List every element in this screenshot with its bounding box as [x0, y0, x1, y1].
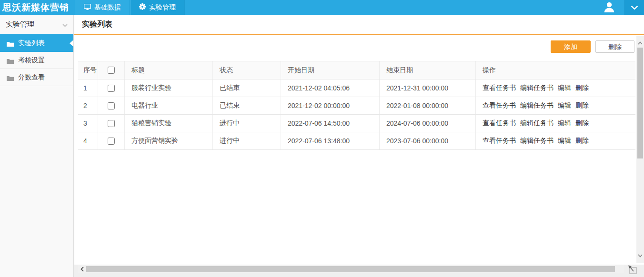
- cell-status: 进行中: [213, 115, 281, 132]
- table-row: 1 服装行业实验 已结束 2021-12-02 04:05:06 2021-12…: [78, 79, 635, 97]
- header-title: 标题: [125, 61, 213, 79]
- brand-logo: 思沃新媒体营销: [0, 0, 75, 15]
- sidebar-item-experiment-list[interactable]: 实验列表: [0, 34, 73, 52]
- cell-title: 电器行业: [125, 97, 213, 114]
- app-window: 思沃新媒体营销 基础数据: [0, 0, 644, 277]
- cell-status: 已结束: [213, 97, 281, 114]
- delete-link[interactable]: 删除: [575, 119, 589, 128]
- cell-index: 4: [78, 132, 98, 149]
- header-actions: 操作: [476, 61, 635, 79]
- delete-link[interactable]: 删除: [575, 137, 589, 145]
- chevron-down-icon: [631, 3, 638, 12]
- row-actions: 查看任务书编辑任务书编辑删除: [476, 79, 635, 97]
- cell-index: 2: [78, 97, 98, 114]
- header-end-date: 结束日期: [380, 61, 476, 79]
- folder-icon: [7, 40, 14, 46]
- chevron-down-icon: [62, 20, 68, 29]
- scroll-down-icon[interactable]: [636, 252, 644, 259]
- view-task-link[interactable]: 查看任务书: [483, 101, 516, 110]
- vertical-scrollbar-thumb[interactable]: [637, 48, 643, 158]
- edit-link[interactable]: 编辑: [558, 101, 571, 110]
- cell-checkbox: [98, 97, 125, 114]
- main-content: 实验列表 添加 删除 序号 标题 状态 开始日期 结束日期 操作 1: [74, 15, 644, 265]
- user-icon: [603, 1, 615, 14]
- add-button[interactable]: 添加: [551, 40, 591, 53]
- cell-start-date: 2022-07-06 13:48:00: [281, 132, 380, 149]
- toolbar: 添加 删除: [74, 40, 644, 53]
- sidebar-item-label: 分数查看: [18, 73, 45, 82]
- cell-status: 进行中: [213, 132, 281, 149]
- dropdown-toggle-button[interactable]: [624, 0, 644, 15]
- delete-link[interactable]: 删除: [575, 101, 589, 110]
- monitor-icon: [84, 4, 91, 11]
- sidebar: 实验管理 实验列表 考核设置 分数查看: [0, 15, 74, 277]
- experiment-table: 序号 标题 状态 开始日期 结束日期 操作 1 服装行业实验 已结束 2021-…: [78, 61, 635, 150]
- resize-corner-icon[interactable]: [627, 265, 638, 275]
- user-avatar-button[interactable]: [594, 0, 624, 15]
- title-bar: 实验列表: [74, 15, 644, 35]
- edit-task-link[interactable]: 编辑任务书: [520, 137, 553, 145]
- tab-label: 基础数据: [94, 3, 121, 12]
- row-checkbox[interactable]: [108, 102, 115, 109]
- table-row: 3 猫粮营销实验 进行中 2022-07-06 14:50:00 2024-07…: [78, 115, 635, 132]
- table-body: 1 服装行业实验 已结束 2021-12-02 04:05:06 2021-12…: [78, 79, 635, 150]
- active-item-notch: [70, 40, 73, 47]
- vertical-scrollbar[interactable]: [636, 36, 644, 263]
- table-header-row: 序号 标题 状态 开始日期 结束日期 操作: [78, 61, 635, 79]
- row-actions: 查看任务书编辑任务书编辑删除: [476, 115, 635, 132]
- sidebar-item-score-view[interactable]: 分数查看: [0, 69, 73, 86]
- topbar-right: [594, 0, 644, 15]
- header-index: 序号: [78, 61, 98, 79]
- row-checkbox[interactable]: [108, 120, 115, 127]
- sidebar-group-label: 实验管理: [6, 20, 34, 29]
- cell-checkbox: [98, 132, 125, 149]
- edit-link[interactable]: 编辑: [558, 119, 571, 128]
- cell-title: 猫粮营销实验: [125, 115, 213, 132]
- select-all-checkbox[interactable]: [108, 67, 115, 74]
- edit-task-link[interactable]: 编辑任务书: [520, 119, 553, 128]
- edit-link[interactable]: 编辑: [558, 137, 571, 145]
- row-checkbox[interactable]: [108, 138, 115, 145]
- edit-task-link[interactable]: 编辑任务书: [520, 84, 553, 92]
- table-row: 2 电器行业 已结束 2021-12-02 00:00:00 2022-01-0…: [78, 97, 635, 115]
- sidebar-item-label: 实验列表: [18, 39, 45, 48]
- cell-end-date: 2022-01-08 00:00:00: [380, 97, 476, 114]
- cell-end-date: 2024-07-06 00:00:00: [380, 115, 476, 132]
- page-title: 实验列表: [82, 20, 112, 30]
- horizontal-scrollbar-thumb[interactable]: [86, 266, 615, 272]
- row-checkbox[interactable]: [108, 85, 115, 92]
- horizontal-scrollbar[interactable]: [78, 265, 624, 273]
- cell-start-date: 2021-12-02 00:00:00: [281, 97, 380, 114]
- tab-basic-data[interactable]: 基础数据: [75, 0, 130, 15]
- view-task-link[interactable]: 查看任务书: [483, 119, 516, 128]
- cell-end-date: 2021-12-31 00:00:00: [380, 79, 476, 97]
- top-navbar: 思沃新媒体营销 基础数据: [0, 0, 644, 15]
- sidebar-item-assessment-settings[interactable]: 考核设置: [0, 52, 73, 69]
- scroll-left-icon[interactable]: [78, 265, 86, 273]
- cell-title: 方便面营销实验: [125, 132, 213, 149]
- row-actions: 查看任务书编辑任务书编辑删除: [476, 97, 635, 114]
- delete-button[interactable]: 删除: [595, 40, 634, 53]
- header-checkbox-cell: [98, 61, 125, 79]
- edit-task-link[interactable]: 编辑任务书: [520, 101, 553, 110]
- folder-icon: [7, 58, 14, 63]
- header-status: 状态: [213, 61, 281, 79]
- tab-experiment-management[interactable]: 实验管理: [130, 0, 185, 15]
- edit-link[interactable]: 编辑: [558, 84, 571, 92]
- sidebar-item-label: 考核设置: [18, 56, 45, 65]
- cell-end-date: 2023-07-06 00:00:00: [380, 132, 476, 149]
- sidebar-group-experiment-management[interactable]: 实验管理: [0, 15, 73, 34]
- scroll-up-icon[interactable]: [636, 39, 644, 47]
- header-start-date: 开始日期: [281, 61, 380, 79]
- view-task-link[interactable]: 查看任务书: [483, 84, 516, 92]
- row-actions: 查看任务书编辑任务书编辑删除: [476, 132, 635, 149]
- folder-icon: [7, 75, 14, 80]
- cell-index: 3: [78, 115, 98, 132]
- cell-start-date: 2021-12-02 04:05:06: [281, 79, 380, 97]
- cell-checkbox: [98, 115, 125, 132]
- delete-link[interactable]: 删除: [575, 84, 589, 92]
- cell-index: 1: [78, 79, 98, 97]
- cell-title: 服装行业实验: [125, 79, 213, 97]
- view-task-link[interactable]: 查看任务书: [483, 137, 516, 145]
- cell-status: 已结束: [213, 79, 281, 97]
